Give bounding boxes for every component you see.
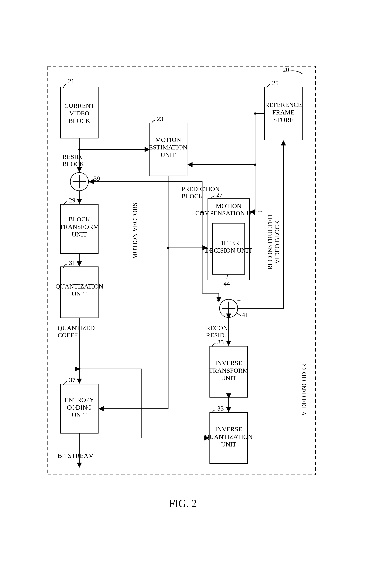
filter-decision-unit-ref: 44 <box>223 280 230 287</box>
svg-text:CODING: CODING <box>67 404 92 411</box>
svg-text:INVERSE: INVERSE <box>215 426 242 433</box>
svg-text:ESTIMATION: ESTIMATION <box>149 144 187 151</box>
svg-text:QUANTIZATION: QUANTIZATION <box>205 433 252 440</box>
entropy-coding-unit: ENTROPY CODING UNIT 37 <box>61 376 98 433</box>
svg-text:31: 31 <box>69 259 75 266</box>
svg-text:35: 35 <box>217 339 224 346</box>
svg-text:MOTION: MOTION <box>216 202 242 209</box>
svg-text:BLOCK: BLOCK <box>69 117 90 124</box>
motion-compensation-unit: MOTION COMPENSATION UNIT 27 FILTER DECIS… <box>195 191 262 287</box>
svg-text:INVERSE: INVERSE <box>215 359 242 366</box>
svg-text:23: 23 <box>157 115 163 122</box>
prediction-block-label: PREDICTION BLOCK <box>181 185 220 199</box>
summer-41: + − 41 <box>216 297 248 318</box>
svg-text:BLOCK: BLOCK <box>62 160 84 167</box>
svg-text:25: 25 <box>272 79 279 87</box>
quantized-coeff-label: QUANTIZED COEFF <box>58 325 95 339</box>
block-transform-unit: BLOCK TRANSFORM UNIT 29 <box>60 197 99 254</box>
inverse-quantization-unit: INVERSE QUANTIZATION UNIT 33 <box>205 405 252 463</box>
svg-text:FILTER: FILTER <box>218 239 239 246</box>
svg-text:COMPENSATION UNIT: COMPENSATION UNIT <box>195 210 262 217</box>
reference-frame-store: REFERENCE FRAME STORE 25 <box>265 79 302 140</box>
svg-text:QUANTIZATION: QUANTIZATION <box>55 283 103 290</box>
reconstructed-video-block-label: RECONSTRUCTED VIDEO BLOCK <box>267 215 281 270</box>
svg-text:RESID.: RESID. <box>206 332 226 339</box>
svg-text:39: 39 <box>93 175 100 182</box>
svg-text:RECON.: RECON. <box>206 325 229 332</box>
svg-text:CURRENT: CURRENT <box>64 102 94 109</box>
recon-resid-label: RECON. RESID. <box>206 325 229 339</box>
svg-text:UNIT: UNIT <box>72 290 87 297</box>
svg-text:TRANSFORM: TRANSFORM <box>209 367 248 374</box>
svg-text:TRANSFORM: TRANSFORM <box>60 223 99 230</box>
svg-text:BLOCK: BLOCK <box>181 193 203 199</box>
svg-text:UNIT: UNIT <box>72 412 87 419</box>
svg-text:COEFF: COEFF <box>58 332 78 339</box>
svg-text:41: 41 <box>242 311 248 318</box>
current-video-block: CURRENT VIDEO BLOCK 21 <box>61 78 98 138</box>
svg-text:−: − <box>216 297 220 304</box>
page: 20 VIDEO ENCODER CURRENT VIDEO BLOCK 21 … <box>0 0 366 588</box>
svg-text:33: 33 <box>217 405 224 412</box>
motion-estimation-unit: MOTION ESTIMATION UNIT 23 <box>149 115 187 176</box>
svg-text:21: 21 <box>68 78 75 85</box>
svg-text:PREDICTION: PREDICTION <box>181 185 220 192</box>
svg-text:27: 27 <box>216 191 223 198</box>
svg-text:STORE: STORE <box>273 116 293 123</box>
figure-label: FIG. 2 <box>169 498 197 509</box>
svg-text:UNIT: UNIT <box>72 231 87 238</box>
resid-block-label: RESID. BLOCK <box>62 153 84 167</box>
svg-text:VIDEO: VIDEO <box>69 110 89 117</box>
video-encoder-ref: 20 <box>283 66 289 73</box>
svg-text:+: + <box>237 297 241 304</box>
svg-text:RECONSTRUCTED: RECONSTRUCTED <box>267 215 274 270</box>
svg-text:MOTION: MOTION <box>155 136 181 143</box>
svg-text:ENTROPY: ENTROPY <box>65 396 94 403</box>
svg-text:29: 29 <box>69 197 75 204</box>
svg-text:+: + <box>67 169 71 176</box>
svg-text:UNIT: UNIT <box>160 151 176 158</box>
svg-text:BLOCK: BLOCK <box>69 216 90 223</box>
diagram-svg: 20 VIDEO ENCODER CURRENT VIDEO BLOCK 21 … <box>0 0 366 588</box>
svg-text:−: − <box>88 184 92 191</box>
svg-text:DECISION UNIT: DECISION UNIT <box>205 247 252 254</box>
inverse-transform-unit: INVERSE TRANSFORM UNIT 35 <box>209 339 248 397</box>
quantization-unit: QUANTIZATION UNIT 31 <box>55 259 103 318</box>
svg-text:QUANTIZED: QUANTIZED <box>58 325 95 332</box>
svg-text:FRAME: FRAME <box>272 109 294 116</box>
summer-39: + − 39 <box>67 169 100 191</box>
svg-text:UNIT: UNIT <box>221 375 236 381</box>
svg-text:UNIT: UNIT <box>221 441 236 448</box>
svg-text:REFERENCE: REFERENCE <box>265 101 302 108</box>
svg-text:VIDEO BLOCK: VIDEO BLOCK <box>274 220 281 264</box>
video-encoder-title: VIDEO ENCODER <box>300 364 307 416</box>
bitstream-label: BITSTREAM <box>58 452 94 459</box>
motion-vectors-label: MOTION VECTORS <box>131 203 138 259</box>
svg-text:37: 37 <box>69 376 75 383</box>
